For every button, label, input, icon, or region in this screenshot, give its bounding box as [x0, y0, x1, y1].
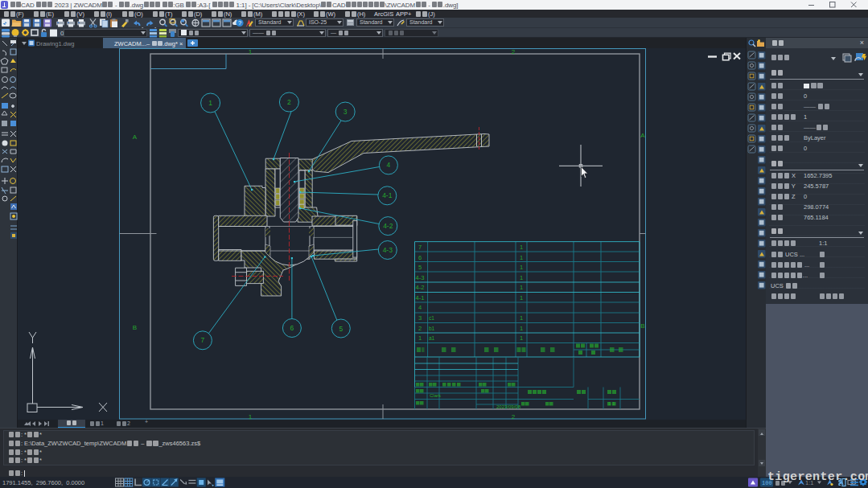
svg-text:1: 1	[520, 244, 523, 251]
svg-text:1: 1	[520, 314, 523, 322]
svg-text:4-2: 4-2	[383, 222, 393, 230]
svg-text:4: 4	[418, 304, 422, 311]
svg-text:1: 1	[418, 334, 422, 342]
svg-text:B: B	[133, 324, 137, 331]
svg-text:A: A	[133, 133, 138, 141]
svg-text:3: 3	[343, 108, 348, 116]
svg-text:?: ?	[238, 19, 241, 27]
svg-text:7: 7	[201, 336, 205, 344]
svg-text:2: 2	[287, 98, 291, 106]
svg-text:2: 2	[418, 325, 422, 332]
svg-text:4-1: 4-1	[382, 191, 393, 199]
svg-text:4-3: 4-3	[383, 246, 393, 254]
svg-text:5: 5	[339, 325, 343, 333]
svg-text:3: 3	[418, 314, 422, 322]
svg-text:1: 1	[520, 325, 523, 332]
svg-text:a1: a1	[429, 335, 435, 341]
svg-text:1: 1	[520, 334, 523, 342]
svg-text:Clark: Clark	[430, 393, 442, 398]
svg-text:5: 5	[418, 264, 422, 271]
svg-text:6: 6	[290, 324, 294, 332]
svg-text:6: 6	[418, 254, 422, 261]
svg-text:4: 4	[387, 161, 391, 169]
svg-text:1: 1	[520, 274, 523, 281]
svg-text:4-3: 4-3	[416, 274, 425, 281]
svg-text:b1: b1	[429, 326, 435, 331]
svg-text:B: B	[640, 322, 644, 330]
svg-text:7: 7	[418, 244, 422, 251]
svg-text:c1: c1	[429, 315, 434, 321]
svg-text:1: 1	[249, 48, 253, 55]
svg-text:A: A	[640, 132, 645, 139]
svg-text:1: 1	[520, 284, 523, 291]
svg-text:1: 1	[520, 294, 523, 301]
svg-text:4-2: 4-2	[416, 284, 425, 291]
svg-text:2: 2	[512, 48, 516, 55]
svg-text:2023/09/08: 2023/09/08	[496, 404, 521, 409]
svg-text:2: 2	[512, 413, 516, 420]
svg-text:1: 1	[249, 413, 253, 420]
svg-text:4-1: 4-1	[416, 294, 425, 301]
svg-text:1: 1	[208, 99, 212, 107]
svg-text:1: 1	[520, 254, 523, 261]
svg-text:1: 1	[520, 264, 523, 271]
svg-text:1:1: 1:1	[608, 401, 615, 406]
